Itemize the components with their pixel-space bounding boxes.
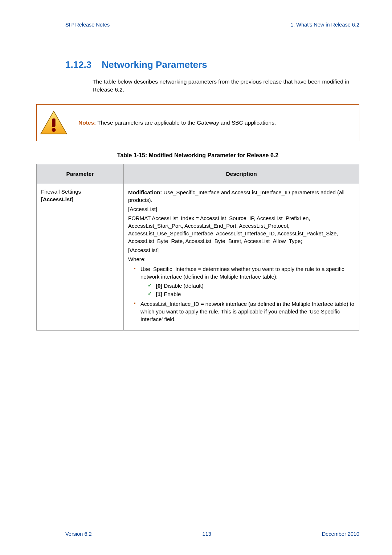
warning-icon-cell [37, 107, 71, 139]
header-left: SIP Release Notes [65, 22, 110, 28]
col-header-description: Description [124, 164, 359, 184]
parameters-table: Parameter Description Firewall Settings … [36, 164, 359, 331]
cell-description: Modification: Use_Specific_Interface and… [124, 184, 359, 331]
page-footer: Version 6.2 113 December 2010 [65, 528, 359, 537]
table-caption: Table 1-15: Modified Networking Paramete… [36, 152, 359, 159]
section-intro: The table below describes networking par… [93, 78, 359, 93]
note-label: Notes: [78, 119, 96, 126]
cell-parameter: Firewall Settings [AccessList] [37, 184, 124, 331]
accesslist-close: [\AccessList] [128, 246, 355, 254]
bullet1-text: Use_Specific_Interface = determines whet… [140, 266, 344, 280]
param-name-line2: [AccessList] [41, 195, 119, 203]
bullet2-text: AccessList_Interface_ID = network interf… [140, 301, 354, 322]
footer-center: 113 [203, 531, 211, 537]
section-number: 1.12.3 [65, 59, 91, 70]
check2-label: [1] [156, 291, 162, 297]
note-text: These parameters are applicable to the G… [96, 119, 276, 126]
check-item: [1] Enable [148, 290, 355, 298]
table-header-row: Parameter Description [37, 164, 359, 184]
svg-rect-1 [52, 119, 55, 127]
param-name-line1: Firewall Settings [41, 188, 119, 195]
check-item: [0] Disable (default) [148, 282, 355, 289]
header-right: 1. What's New in Release 6.2 [290, 22, 359, 28]
check1-label: [0] [156, 283, 162, 289]
check-list: [0] Disable (default) [1] Enable [140, 282, 355, 298]
footer-left: Version 6.2 [65, 531, 92, 537]
section-title: Networking Parameters [102, 59, 207, 70]
section-heading: 1.12.3 Networking Parameters [65, 59, 359, 70]
warning-triangle-icon [40, 110, 68, 136]
bullet-item: AccessList_Interface_ID = network interf… [134, 300, 355, 323]
description-bullets: Use_Specific_Interface = determines whet… [128, 265, 355, 323]
format-line: FORMAT AccessList_Index = AccessList_Sou… [128, 214, 355, 245]
check2-text: Enable [162, 291, 181, 297]
svg-point-2 [52, 128, 56, 132]
note-box: Notes: These parameters are applicable t… [36, 104, 359, 141]
where-label: Where: [128, 255, 355, 263]
accesslist-heading: [AccessList] [128, 205, 355, 213]
table-row: Firewall Settings [AccessList] Modificat… [37, 184, 359, 331]
modification-label: Modification: [128, 189, 162, 195]
note-content: Notes: These parameters are applicable t… [71, 114, 359, 131]
footer-right: December 2010 [322, 531, 359, 537]
col-header-parameter: Parameter [37, 164, 124, 184]
check1-text: Disable (default) [162, 283, 203, 289]
bullet-item: Use_Specific_Interface = determines whet… [134, 265, 355, 298]
page-header: SIP Release Notes 1. What's New in Relea… [65, 22, 359, 30]
